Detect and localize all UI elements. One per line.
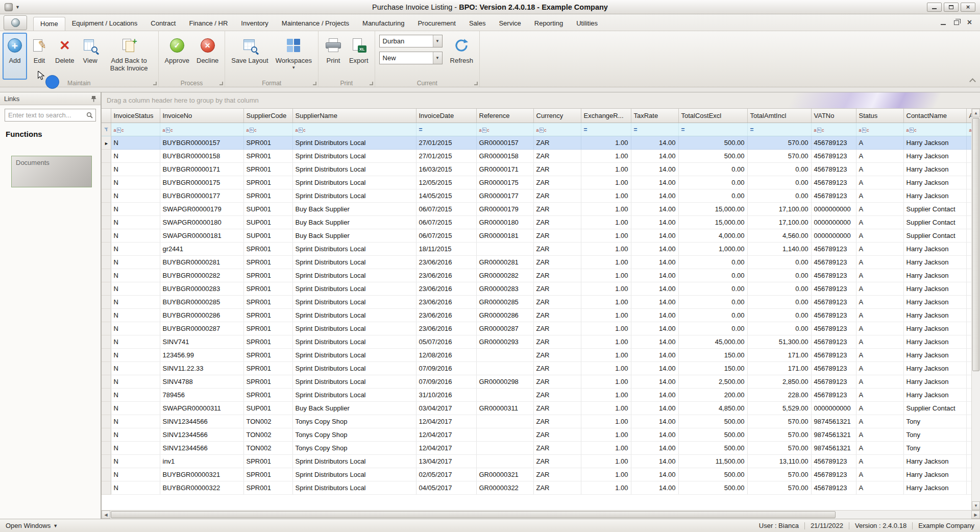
grid-cell[interactable]: 456789123 [811, 136, 856, 149]
grid-cell[interactable]: 1.00 [581, 295, 631, 308]
table-row[interactable]: NBUYBGR00000177SPR001Sprint Distributors… [102, 189, 980, 202]
grid-cell[interactable]: 23/06/2016 [416, 322, 476, 335]
grid-cell[interactable]: Sprint Distributors Local [292, 295, 416, 308]
table-row[interactable]: NBUYBGR00000285SPR001Sprint Distributors… [102, 295, 980, 308]
filter-cell-vatno[interactable]: abc [811, 123, 856, 136]
grid-cell[interactable]: Harry Jackson [903, 255, 966, 269]
table-row[interactable]: NBUYBGR00000171SPR001Sprint Distributors… [102, 162, 980, 176]
grid-cell[interactable]: SWAPGR00000311 [160, 401, 243, 415]
filter-cell-currency[interactable]: abc [533, 123, 581, 136]
grid-cell[interactable]: 570.00 [747, 149, 811, 162]
grid-cell[interactable]: SPR001 [243, 282, 292, 295]
grid-cell[interactable]: 13,110.00 [747, 454, 811, 468]
filter-cell-suppliername[interactable]: abc [292, 123, 416, 136]
refresh-button[interactable]: Refresh [447, 33, 477, 80]
grid-cell[interactable]: TON002 [243, 428, 292, 441]
grid-cell[interactable]: 2,500.00 [678, 375, 747, 388]
grid-cell[interactable]: 0.00 [678, 162, 747, 176]
grid-cell[interactable]: 0.00 [678, 322, 747, 335]
grid-cell[interactable]: 456789123 [811, 322, 856, 335]
grid-cell[interactable]: Harry Jackson [903, 242, 966, 255]
grid-cell[interactable]: Tony [903, 428, 966, 441]
grid-cell[interactable]: A [856, 335, 903, 348]
column-header-suppliername[interactable]: SupplierName [292, 109, 416, 123]
grid-cell[interactable]: 1.00 [581, 149, 631, 162]
grid-cell[interactable]: 1,140.00 [747, 242, 811, 255]
column-header-currency[interactable]: Currency [533, 109, 581, 123]
grid-cell[interactable]: N [111, 255, 160, 269]
grid-cell[interactable]: A [856, 162, 903, 176]
table-row[interactable]: NBUYBGR00000281SPR001Sprint Distributors… [102, 255, 980, 269]
grid-cell[interactable]: 17,100.00 [747, 215, 811, 229]
grid-cell[interactable]: ZAR [533, 136, 581, 149]
grid-cell[interactable]: N [111, 149, 160, 162]
grid-cell[interactable]: Buy Back Supplier [292, 215, 416, 229]
grid-cell[interactable]: Tony [903, 415, 966, 428]
export-button[interactable]: XL Export [346, 33, 372, 80]
grid-cell[interactable]: 0.00 [678, 295, 747, 308]
child-minimize-icon[interactable] [941, 24, 946, 25]
grid-cell[interactable]: A [856, 441, 903, 454]
grid-cell[interactable]: Sprint Distributors Local [292, 375, 416, 388]
grid-cell[interactable]: Sprint Distributors Local [292, 468, 416, 481]
grid-cell[interactable]: A [856, 348, 903, 361]
grid-cell[interactable]: N [111, 229, 160, 242]
grid-cell[interactable]: ZAR [533, 481, 581, 494]
grid-cell[interactable]: ZAR [533, 308, 581, 322]
grid-cell[interactable]: 27/01/2015 [416, 149, 476, 162]
grid-cell[interactable]: BUYBGR00000321 [160, 468, 243, 481]
grid-cell[interactable]: 14.00 [631, 481, 678, 494]
horizontal-scroll-thumb[interactable] [111, 511, 836, 518]
grid-cell[interactable]: A [856, 255, 903, 269]
grid-cell[interactable]: 14/05/2015 [416, 189, 476, 202]
grid-cell[interactable]: GR00000181 [476, 229, 533, 242]
grid-cell[interactable]: 1.00 [581, 269, 631, 282]
grid-cell[interactable]: N [111, 415, 160, 428]
grid-cell[interactable]: SUP001 [243, 202, 292, 215]
collapse-ribbon-icon[interactable] [970, 78, 975, 83]
grid-cell[interactable]: ZAR [533, 282, 581, 295]
table-row[interactable]: NBUYBGR00000322SPR001Sprint Distributors… [102, 481, 980, 494]
grid-cell[interactable]: 1.00 [581, 229, 631, 242]
grid-cell[interactable]: GR00000287 [476, 322, 533, 335]
grid-cell[interactable]: 456789123 [811, 335, 856, 348]
grid-cell[interactable]: 150.00 [678, 361, 747, 375]
grid-cell[interactable]: SPR001 [243, 255, 292, 269]
grid-cell[interactable]: 14.00 [631, 361, 678, 375]
grid-cell[interactable]: Harry Jackson [903, 308, 966, 322]
grid-cell[interactable]: 02/05/2017 [416, 468, 476, 481]
grid-cell[interactable]: N [111, 176, 160, 189]
grid-cell[interactable]: N [111, 441, 160, 454]
column-header-reference[interactable]: Reference [476, 109, 533, 123]
grid-cell[interactable]: Tonys Copy Shop [292, 415, 416, 428]
grid-cell[interactable]: 456789123 [811, 189, 856, 202]
grid-cell[interactable]: 456789123 [811, 468, 856, 481]
grid-cell[interactable]: 0.00 [747, 162, 811, 176]
grid-cell[interactable]: SUP001 [243, 401, 292, 415]
filter-cell-contactname[interactable]: abc [903, 123, 966, 136]
grid-cell[interactable]: SWAPGR00000181 [160, 229, 243, 242]
grid-cell[interactable]: BUYBGR00000177 [160, 189, 243, 202]
grid-cell[interactable]: 14.00 [631, 468, 678, 481]
grid-cell[interactable]: Sprint Distributors Local [292, 255, 416, 269]
grid-cell[interactable]: SPR001 [243, 361, 292, 375]
grid-cell[interactable] [476, 441, 533, 454]
grid-cell[interactable]: 17,100.00 [747, 202, 811, 215]
grid-cell[interactable]: ZAR [533, 454, 581, 468]
grid-cell[interactable]: SPR001 [243, 308, 292, 322]
grid-cell[interactable]: SPR001 [243, 242, 292, 255]
tab-utilities[interactable]: Utilities [570, 17, 604, 31]
grid-cell[interactable]: 14.00 [631, 255, 678, 269]
grid-cell[interactable]: ZAR [533, 149, 581, 162]
grid-cell[interactable]: 14.00 [631, 322, 678, 335]
grid-cell[interactable]: 456789123 [811, 162, 856, 176]
grid-cell[interactable]: 456789123 [811, 269, 856, 282]
grid-cell[interactable]: Sprint Distributors Local [292, 388, 416, 401]
grid-cell[interactable]: 0.00 [678, 269, 747, 282]
table-row[interactable]: NSINV12344566TON002Tonys Copy Shop12/04/… [102, 428, 980, 441]
grid-cell[interactable]: 14.00 [631, 388, 678, 401]
grid-cell[interactable]: Sprint Distributors Local [292, 149, 416, 162]
grid-cell[interactable]: N [111, 162, 160, 176]
grid-cell[interactable]: 14.00 [631, 308, 678, 322]
grid-cell[interactable]: 1.00 [581, 176, 631, 189]
